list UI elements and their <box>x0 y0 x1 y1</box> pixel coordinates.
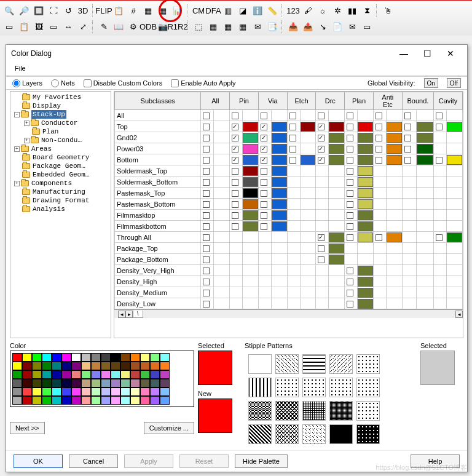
layer-tree[interactable]: My FavoritesDisplay-Stack-Up+ConductorPl… <box>10 91 111 338</box>
visibility-checkbox[interactable] <box>232 146 238 153</box>
visibility-checkbox[interactable] <box>436 234 442 241</box>
visibility-checkbox[interactable] <box>203 135 210 141</box>
color-swatch[interactable] <box>358 221 373 231</box>
color-swatch[interactable] <box>329 144 344 154</box>
visibility-checkbox[interactable] <box>436 124 442 130</box>
palette-swatch[interactable] <box>42 362 52 370</box>
radio-nets[interactable]: Nets <box>51 79 75 87</box>
palette-swatch[interactable] <box>71 370 81 379</box>
color-swatch[interactable] <box>358 122 373 132</box>
toolbar-button[interactable]: 📥 <box>286 20 300 33</box>
toolbar-button[interactable]: 🖋 <box>301 4 315 17</box>
palette-swatch[interactable] <box>130 387 140 396</box>
color-swatch[interactable] <box>243 133 258 143</box>
visibility-checkbox[interactable] <box>347 146 353 153</box>
ok-button[interactable]: OK <box>14 454 63 468</box>
toolbar-button[interactable]: ↘ <box>316 20 329 33</box>
stipple-grid[interactable] <box>245 351 417 448</box>
visibility-checkbox[interactable] <box>318 256 324 263</box>
visibility-checkbox[interactable] <box>261 201 267 208</box>
color-swatch[interactable] <box>358 177 373 187</box>
toolbar-button[interactable]: 🔲 <box>32 4 45 17</box>
palette-swatch[interactable] <box>32 396 42 405</box>
tree-item[interactable]: Drawing Format <box>12 196 109 205</box>
toolbar-button[interactable]: ◪ <box>236 4 250 17</box>
visibility-checkbox[interactable] <box>261 223 267 230</box>
toolbar-button[interactable]: ℹ️ <box>251 4 264 17</box>
palette-swatch[interactable] <box>32 353 42 362</box>
toolbar-button[interactable]: ▭ <box>2 20 16 33</box>
visibility-checkbox[interactable] <box>203 157 210 164</box>
palette-swatch[interactable] <box>22 396 32 405</box>
color-swatch[interactable] <box>358 166 373 176</box>
visibility-checkbox[interactable] <box>232 157 238 164</box>
color-swatch[interactable] <box>243 210 258 220</box>
visibility-checkbox[interactable] <box>261 124 267 130</box>
visibility-checkbox[interactable] <box>347 223 353 230</box>
palette-swatch[interactable] <box>101 379 111 387</box>
palette-swatch[interactable] <box>160 370 170 379</box>
color-swatch[interactable] <box>243 122 258 132</box>
toolbar-button[interactable]: ⤢ <box>76 20 90 33</box>
palette-swatch[interactable] <box>12 353 22 362</box>
toolbar-button[interactable]: ODB <box>141 20 155 33</box>
visibility-checkbox[interactable] <box>318 157 324 164</box>
palette-swatch[interactable] <box>160 379 170 387</box>
visibility-checkbox[interactable] <box>261 146 267 153</box>
visibility-checkbox[interactable] <box>376 234 382 241</box>
visibility-checkbox[interactable] <box>436 113 442 119</box>
color-swatch[interactable] <box>358 199 373 209</box>
color-swatch[interactable] <box>243 199 258 209</box>
visibility-checkbox[interactable] <box>404 146 411 153</box>
toolbar-button[interactable]: ✎ <box>97 20 111 33</box>
visibility-checkbox[interactable] <box>203 279 210 285</box>
toolbar-button[interactable]: R1R2 <box>171 20 184 33</box>
visibility-checkbox[interactable] <box>203 124 210 130</box>
palette-swatch[interactable] <box>140 396 150 405</box>
visibility-checkbox[interactable] <box>232 124 238 130</box>
help-button[interactable]: Help <box>411 454 460 468</box>
palette-swatch[interactable] <box>150 396 160 405</box>
toolbar-button[interactable]: ↺ <box>61 4 75 17</box>
cancel-button[interactable]: Cancel <box>69 454 118 468</box>
visibility-checkbox[interactable] <box>318 245 324 252</box>
palette-swatch[interactable] <box>150 370 160 379</box>
color-swatch[interactable] <box>358 232 373 242</box>
visibility-checkbox[interactable] <box>261 113 267 119</box>
stipple-swatch[interactable] <box>356 424 380 444</box>
color-swatch[interactable] <box>387 155 402 165</box>
color-swatch[interactable] <box>329 133 344 143</box>
color-swatch[interactable] <box>387 122 402 132</box>
toolbar-button[interactable]: 123 <box>286 4 300 17</box>
visibility-checkbox[interactable] <box>203 245 210 252</box>
palette-swatch[interactable] <box>120 379 130 387</box>
color-swatch[interactable] <box>329 244 344 253</box>
color-swatch[interactable] <box>417 122 433 132</box>
toolbar-button[interactable]: 📋 <box>17 20 31 33</box>
tree-item[interactable]: +Areas <box>12 145 109 153</box>
palette-swatch[interactable] <box>101 370 111 379</box>
color-swatch[interactable] <box>272 210 287 220</box>
color-grid[interactable]: SubclassesAllPinViaEtchDrcPlanAnti EtcBo… <box>114 91 463 338</box>
visibility-checkbox[interactable] <box>376 124 382 130</box>
visibility-checkbox[interactable] <box>232 190 238 197</box>
stipple-swatch[interactable] <box>356 378 380 397</box>
toolbar-button[interactable]: CM <box>192 4 205 17</box>
visibility-checkbox[interactable] <box>203 268 210 274</box>
stipple-swatch[interactable] <box>329 401 353 421</box>
stipple-swatch[interactable] <box>329 378 353 397</box>
toolbar-button[interactable]: FLIP <box>97 4 111 17</box>
palette-swatch[interactable] <box>81 387 91 396</box>
toolbar-button[interactable]: ☼ <box>316 4 329 17</box>
palette-swatch[interactable] <box>52 396 61 405</box>
visibility-checkbox[interactable] <box>203 290 210 296</box>
palette-swatch[interactable] <box>12 387 22 396</box>
color-swatch[interactable] <box>272 166 287 176</box>
palette-swatch[interactable] <box>42 387 52 396</box>
toolbar-button[interactable]: ▦ <box>221 20 235 33</box>
reset-button[interactable]: Reset <box>179 454 229 468</box>
palette-swatch[interactable] <box>32 362 42 370</box>
toolbar-button[interactable]: ⛶ <box>47 4 60 17</box>
visibility-checkbox[interactable] <box>232 113 238 119</box>
palette-swatch[interactable] <box>130 379 140 387</box>
